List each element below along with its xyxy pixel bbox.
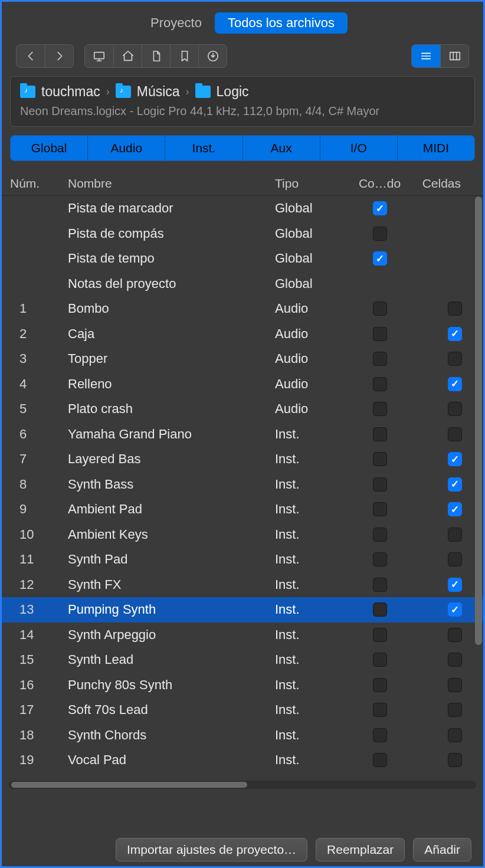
col-header-num[interactable]: Núm.: [8, 176, 60, 191]
content-checkbox[interactable]: [373, 452, 387, 466]
col-header-name[interactable]: Nombre: [60, 176, 275, 191]
breadcrumb-seg-1[interactable]: touchmac: [41, 84, 100, 100]
nav-forward-button[interactable]: [45, 45, 73, 67]
content-checkbox[interactable]: [373, 552, 387, 566]
content-checkbox[interactable]: [373, 477, 387, 492]
cells-checkbox[interactable]: [448, 427, 462, 441]
table-row[interactable]: 2CajaAudio: [2, 322, 483, 347]
content-checkbox[interactable]: [373, 703, 387, 717]
cells-checkbox[interactable]: [448, 578, 462, 592]
filter-midi[interactable]: MIDI: [397, 136, 474, 161]
content-checkbox[interactable]: [373, 327, 387, 341]
content-checkbox[interactable]: [373, 578, 387, 592]
col-header-type[interactable]: Tipo: [275, 176, 349, 191]
content-checkbox[interactable]: [373, 352, 387, 366]
table-row[interactable]: Pista de tempoGlobal: [2, 246, 483, 271]
table-row[interactable]: 18Synth ChordsInst.: [2, 723, 483, 748]
col-header-cells[interactable]: Celdas: [411, 176, 473, 191]
content-checkbox[interactable]: [373, 728, 387, 742]
table-row[interactable]: 19Vocal PadInst.: [2, 748, 483, 773]
cells-checkbox[interactable]: [448, 377, 462, 391]
column-view-button[interactable]: [440, 45, 468, 67]
content-checkbox[interactable]: [373, 678, 387, 692]
cells-checkbox[interactable]: [448, 703, 462, 717]
document-icon[interactable]: [142, 45, 170, 67]
content-checkbox[interactable]: [373, 201, 387, 215]
content-checkbox[interactable]: [373, 427, 387, 441]
cells-checkbox[interactable]: [448, 502, 462, 516]
table-row[interactable]: 15Synth LeadInst.: [2, 647, 483, 673]
breadcrumb[interactable]: touchmac › Música › Logic: [20, 84, 465, 100]
bookmark-icon[interactable]: [170, 45, 198, 67]
cells-checkbox[interactable]: [448, 728, 462, 742]
content-checkbox[interactable]: [373, 653, 387, 667]
home-icon[interactable]: [113, 45, 142, 67]
content-checkbox[interactable]: [373, 227, 387, 241]
cells-checkbox[interactable]: [448, 352, 462, 366]
content-checkbox[interactable]: [373, 628, 387, 642]
cells-checkbox[interactable]: [448, 552, 462, 566]
table-row[interactable]: Pista de compásGlobal: [2, 221, 483, 247]
table-row[interactable]: 11Synth PadInst.: [2, 547, 483, 572]
cells-checkbox[interactable]: [448, 628, 462, 642]
table-row[interactable]: 5Plato crashAudio: [2, 397, 483, 422]
horizontal-scrollbar[interactable]: [9, 781, 476, 789]
table-row[interactable]: 6Yamaha Grand PianoInst.: [2, 422, 483, 447]
table-row[interactable]: Pista de marcadorGlobal: [2, 196, 483, 221]
filter-audio[interactable]: Audio: [87, 136, 165, 161]
table-row[interactable]: 13Pumping SynthInst.: [2, 597, 483, 623]
cell-content: [349, 528, 411, 542]
table-row[interactable]: 12Synth FXInst.: [2, 572, 483, 598]
breadcrumb-seg-2[interactable]: Música: [137, 84, 180, 100]
content-checkbox[interactable]: [373, 377, 387, 391]
cells-checkbox[interactable]: [448, 402, 462, 416]
table-row[interactable]: 4RellenoAudio: [2, 372, 483, 397]
table-row[interactable]: 9Ambient PadInst.: [2, 497, 483, 522]
content-checkbox[interactable]: [373, 251, 387, 266]
nav-back-button[interactable]: [17, 45, 45, 67]
cells-checkbox[interactable]: [448, 477, 462, 492]
cells-checkbox[interactable]: [448, 327, 462, 341]
cells-checkbox[interactable]: [448, 302, 462, 316]
cells-checkbox[interactable]: [448, 653, 462, 667]
cells-checkbox[interactable]: [448, 753, 462, 767]
cells-checkbox[interactable]: [448, 678, 462, 692]
cells-checkbox[interactable]: [448, 528, 462, 542]
content-checkbox[interactable]: [373, 753, 387, 767]
tab-all-files[interactable]: Todos los archivos: [215, 12, 348, 34]
download-icon[interactable]: [198, 45, 227, 67]
tab-project[interactable]: Proyecto: [137, 12, 215, 34]
replace-button[interactable]: Reemplazar: [316, 838, 405, 862]
table-row[interactable]: 7Layered BasInst.: [2, 447, 483, 472]
list-view-button[interactable]: [412, 45, 440, 67]
add-button[interactable]: Añadir: [413, 838, 471, 862]
vertical-scrollbar[interactable]: [475, 196, 482, 645]
cell-cells: [411, 201, 473, 215]
cells-checkbox[interactable]: [448, 602, 462, 617]
filter-inst[interactable]: Inst.: [165, 136, 242, 161]
import-settings-button[interactable]: Importar ajustes de proyecto…: [116, 838, 307, 862]
breadcrumb-seg-3[interactable]: Logic: [217, 84, 249, 100]
table-row[interactable]: 17Soft 70s LeadInst.: [2, 697, 483, 723]
table-row[interactable]: 8Synth BassInst.: [2, 472, 483, 497]
content-checkbox[interactable]: [373, 402, 387, 416]
filter-aux[interactable]: Aux: [242, 136, 320, 161]
table-row[interactable]: 14Synth ArpeggioInst.: [2, 623, 483, 648]
col-header-content[interactable]: Co…do: [349, 176, 411, 191]
table-row[interactable]: 3TopperAudio: [2, 346, 483, 372]
folder-icon: [116, 86, 131, 98]
cells-checkbox[interactable]: [448, 452, 462, 466]
content-checkbox[interactable]: [373, 302, 387, 316]
scroll-thumb[interactable]: [11, 782, 247, 788]
table-row[interactable]: Notas del proyectoGlobal: [2, 271, 483, 297]
cell-name: Soft 70s Lead: [60, 702, 275, 718]
table-row[interactable]: 10Ambient KeysInst.: [2, 522, 483, 548]
content-checkbox[interactable]: [373, 528, 387, 542]
table-row[interactable]: 16Punchy 80s SynthInst.: [2, 673, 483, 698]
filter-global[interactable]: Global: [11, 136, 87, 161]
table-row[interactable]: 1BomboAudio: [2, 296, 483, 322]
computer-icon[interactable]: [85, 45, 113, 67]
content-checkbox[interactable]: [373, 602, 387, 617]
filter-io[interactable]: I/O: [320, 136, 397, 161]
content-checkbox[interactable]: [373, 502, 387, 516]
